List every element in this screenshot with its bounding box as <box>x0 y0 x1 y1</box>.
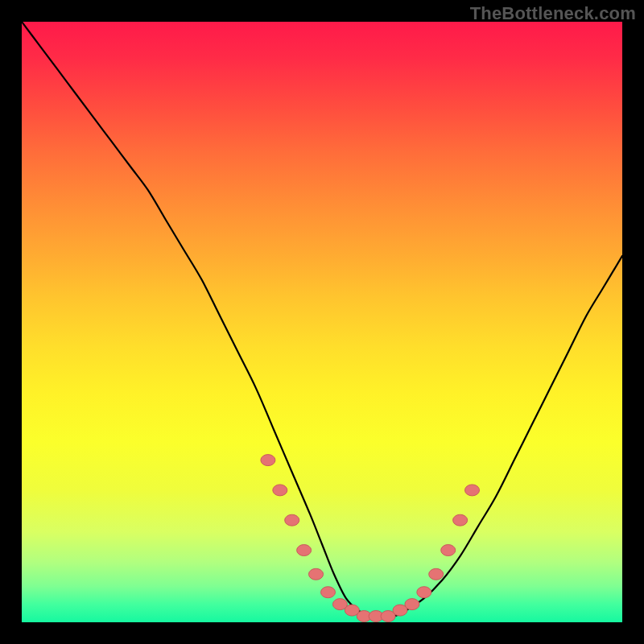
highlight-dot <box>285 514 299 526</box>
highlight-dot <box>273 485 287 496</box>
highlight-dot <box>429 568 444 580</box>
highlight-dot <box>321 587 336 598</box>
highlight-dot <box>441 545 456 556</box>
chart-frame: TheBottleneck.com <box>0 0 644 644</box>
highlight-dot <box>309 568 324 580</box>
highlight-dot <box>417 587 431 598</box>
watermark-text: TheBottleneck.com <box>470 3 636 24</box>
bottleneck-curve <box>22 22 622 617</box>
highlight-dot <box>453 514 468 526</box>
highlight-dot <box>465 485 480 496</box>
plot-area <box>22 22 622 622</box>
highlight-dot <box>261 455 275 466</box>
curve-layer <box>22 22 622 622</box>
highlight-dot <box>405 599 419 610</box>
highlight-dots-group <box>261 455 480 622</box>
highlight-dot <box>297 545 312 556</box>
